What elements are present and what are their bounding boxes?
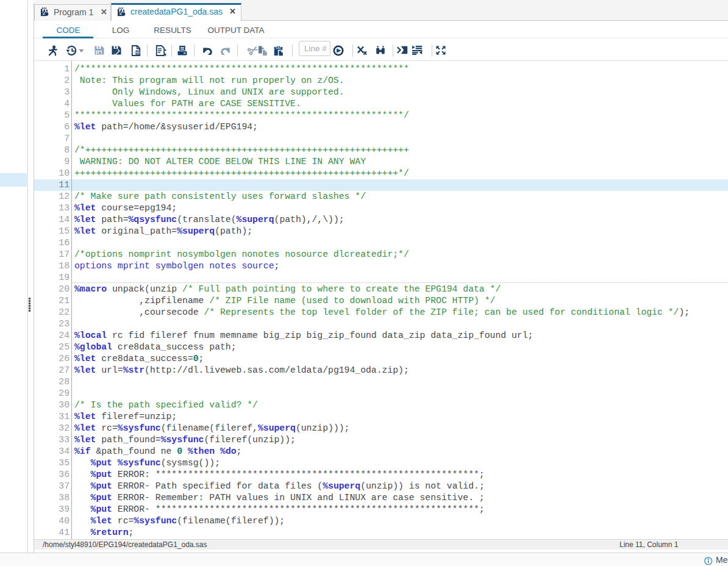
svg-text:;: ; [164,46,167,57]
